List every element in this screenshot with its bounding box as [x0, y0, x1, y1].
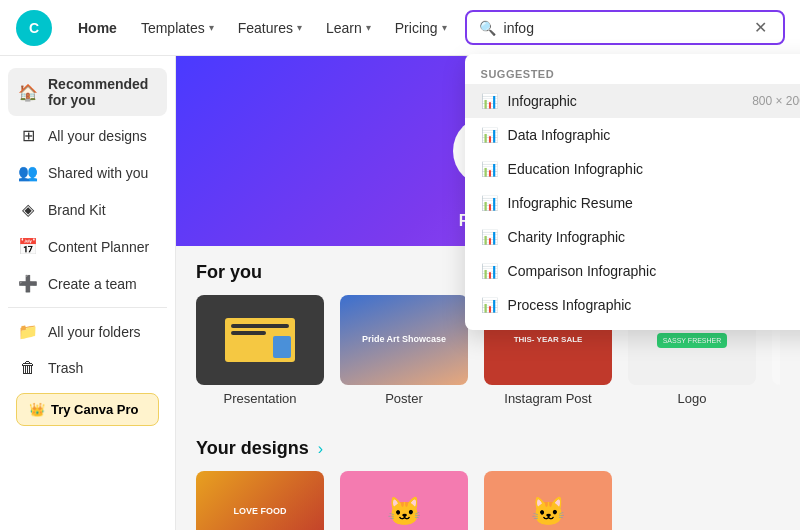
suggestion-text-4: Infographic Resume: [508, 195, 800, 211]
home-icon: 🏠: [18, 83, 38, 102]
sidebar-item-folders[interactable]: 📁 All your folders: [8, 314, 167, 349]
try-canva-pro-button[interactable]: 👑 Try Canva Pro: [16, 393, 159, 426]
suggestion-text-7: Process Infographic: [508, 297, 800, 313]
design-cat-orange[interactable]: 🐱: [484, 471, 612, 530]
design-cat-pink[interactable]: 🐱: [340, 471, 468, 530]
logo-badge: SASSY FRESHER: [657, 333, 728, 348]
grid-icon: ⊞: [18, 126, 38, 145]
sidebar-item-label: All your folders: [48, 324, 141, 340]
chart-icon-7: 📊: [481, 297, 498, 313]
canva-logo[interactable]: C: [16, 10, 52, 46]
cat-icon: 🐱: [387, 495, 422, 528]
search-dropdown: Suggested 📊 Infographic 800 × 2000 px 📊 …: [465, 54, 800, 330]
nav-links: Home Templates▾ Features▾ Learn▾ Pricing…: [68, 14, 457, 42]
nav-learn[interactable]: Learn▾: [316, 14, 381, 42]
sidebar-item-label: Recommended for you: [48, 76, 157, 108]
crown-icon: 👑: [29, 402, 45, 417]
nav-pricing[interactable]: Pricing▾: [385, 14, 457, 42]
nav-features[interactable]: Features▾: [228, 14, 312, 42]
sidebar-item-content-planner[interactable]: 📅 Content Planner: [8, 229, 167, 264]
card-label: Instagram Post: [484, 391, 612, 406]
sidebar-item-recommended[interactable]: 🏠 Recommended for you: [8, 68, 167, 116]
sidebar: 🏠 Recommended for you ⊞ All your designs…: [0, 56, 176, 530]
shared-icon: 👥: [18, 163, 38, 182]
your-designs-section: Your designs › LOVE FOOD 🐱 🐱: [176, 422, 800, 530]
card-label: Presentation: [196, 391, 324, 406]
nav-templates[interactable]: Templates▾: [131, 14, 224, 42]
sidebar-item-shared[interactable]: 👥 Shared with you: [8, 155, 167, 190]
suggestion-comparison-infographic[interactable]: 📊 Comparison Infographic: [465, 254, 800, 288]
sidebar-divider: [8, 307, 167, 308]
sidebar-item-label: Create a team: [48, 276, 137, 292]
designs-row: LOVE FOOD 🐱 🐱: [196, 471, 780, 530]
suggestion-text-6: Comparison Infographic: [508, 263, 800, 279]
sidebar-item-brand[interactable]: ◈ Brand Kit: [8, 192, 167, 227]
sidebar-item-label: Shared with you: [48, 165, 148, 181]
sidebar-item-label: Brand Kit: [48, 202, 106, 218]
search-icon: 🔍: [479, 20, 496, 36]
design-food[interactable]: LOVE FOOD: [196, 471, 324, 530]
suggestion-text-5: Charity Infographic: [508, 229, 800, 245]
trash-icon: 🗑: [18, 359, 38, 377]
sidebar-item-label: Trash: [48, 360, 83, 376]
your-designs-title: Your designs ›: [196, 438, 780, 459]
chart-icon-2: 📊: [481, 127, 498, 143]
card-label: Logo: [628, 391, 756, 406]
search-box: 🔍 ✕: [465, 10, 785, 45]
suggestion-infographic-resume[interactable]: 📊 Infographic Resume: [465, 186, 800, 220]
folder-icon: 📁: [18, 322, 38, 341]
cta-label: Try Canva Pro: [51, 402, 138, 417]
top-navigation: C Home Templates▾ Features▾ Learn▾ Prici…: [0, 0, 800, 56]
card-label: Poster: [340, 391, 468, 406]
search-clear-button[interactable]: ✕: [750, 18, 771, 37]
sidebar-item-label: Content Planner: [48, 239, 149, 255]
search-input[interactable]: [504, 20, 750, 36]
add-team-icon: ➕: [18, 274, 38, 293]
suggestion-text: Infographic: [508, 93, 743, 109]
chart-icon-5: 📊: [481, 229, 498, 245]
nav-home[interactable]: Home: [68, 14, 127, 42]
insta-text: THIS- YEAR SALE: [514, 334, 583, 345]
card-poster[interactable]: Pride Art Showcase Poster: [340, 295, 468, 406]
suggested-label: Suggested: [465, 62, 800, 84]
suggestion-education-infographic[interactable]: 📊 Education Infographic: [465, 152, 800, 186]
cat-icon-2: 🐱: [531, 495, 566, 528]
suggestion-process-infographic[interactable]: 📊 Process Infographic: [465, 288, 800, 322]
card-label: Resume: [772, 391, 780, 406]
suggestion-meta: 800 × 2000 px: [752, 94, 800, 108]
chart-icon-6: 📊: [481, 263, 498, 279]
chart-icon-3: 📊: [481, 161, 498, 177]
sidebar-item-create-team[interactable]: ➕ Create a team: [8, 266, 167, 301]
sidebar-item-all-designs[interactable]: ⊞ All your designs: [8, 118, 167, 153]
suggestion-text-2: Data Infographic: [508, 127, 800, 143]
suggestion-text-3: Education Infographic: [508, 161, 800, 177]
poster-text: Pride Art Showcase: [362, 334, 446, 346]
calendar-icon: 📅: [18, 237, 38, 256]
sidebar-item-label: All your designs: [48, 128, 147, 144]
chart-icon: 📊: [481, 93, 498, 109]
suggestion-charity-infographic[interactable]: 📊 Charity Infographic: [465, 220, 800, 254]
sidebar-item-trash[interactable]: 🗑 Trash: [8, 351, 167, 385]
chart-icon-4: 📊: [481, 195, 498, 211]
suggestion-data-infographic[interactable]: 📊 Data Infographic: [465, 118, 800, 152]
search-container: 🔍 ✕ Suggested 📊 Infographic 800 × 2000 p…: [465, 10, 785, 45]
brand-icon: ◈: [18, 200, 38, 219]
food-label: LOVE FOOD: [233, 505, 286, 518]
your-designs-link[interactable]: ›: [318, 440, 323, 457]
card-presentation[interactable]: Presentation: [196, 295, 324, 406]
suggestion-infographic[interactable]: 📊 Infographic 800 × 2000 px: [465, 84, 800, 118]
